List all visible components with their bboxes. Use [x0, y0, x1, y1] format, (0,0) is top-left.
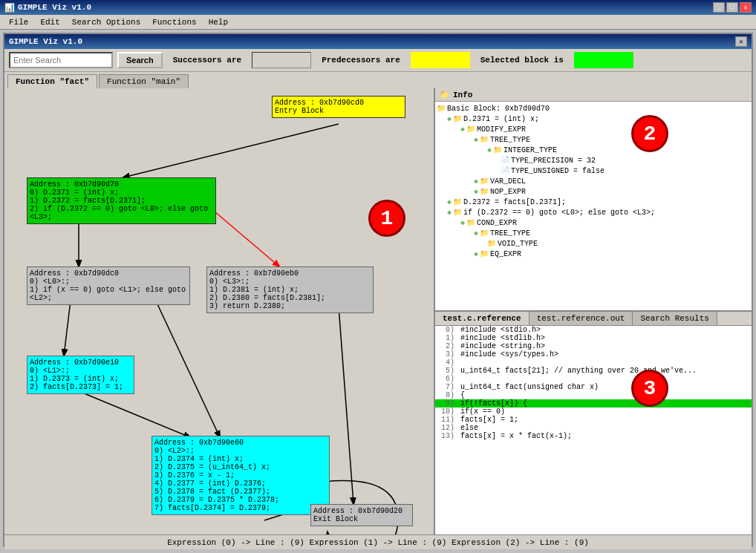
block-entry[interactable]: Address : 0xb7d90cd0 Entry Block	[272, 96, 405, 118]
expand-icon: ◈	[447, 114, 452, 123]
indent	[437, 136, 472, 144]
block-l1[interactable]: Address : 0xb7d90e10 0) <L1>:; 1) D.2373…	[27, 356, 134, 394]
line-num: 2)	[435, 342, 457, 350]
block-l2-line2: 1) D.2374 = (int) x;	[154, 455, 327, 463]
menu-help[interactable]: Help	[203, 16, 234, 28]
bottom-tab-bar: test.c.reference test.reference.out Sear…	[435, 312, 752, 326]
line-num: 12)	[435, 424, 457, 432]
cfg-canvas: Address : 0xb7d90cd0 Entry Block Address…	[4, 88, 428, 534]
tree-item: ◈ 📁 NOP_EXPR	[437, 186, 750, 197]
block-l2[interactable]: Address : 0xb7d90e60 0) <L2>:; 1) D.2374…	[151, 436, 330, 515]
block-l2-line5: 4) D.2377 = (int) D.2376;	[154, 480, 327, 488]
line-num: 0)	[435, 326, 457, 334]
indent	[437, 219, 459, 227]
tab-fact[interactable]: Function "fact"	[7, 74, 97, 88]
block-l3-line2: 1) D.2381 = (int) x;	[209, 286, 371, 294]
maximize-button[interactable]: □	[726, 2, 738, 13]
expand-icon: ◈	[447, 197, 452, 206]
inner-title-text: GIMPLE Viz v1.0	[9, 37, 82, 46]
menu-search-options[interactable]: Search Options	[66, 16, 146, 28]
tree-item: ◈ 📁 TREE_TYPE	[437, 228, 750, 238]
block-l2-line0: Address : 0xb7d90e60	[154, 439, 327, 447]
close-button[interactable]: ✕	[740, 2, 752, 13]
badge-3: 3	[631, 370, 668, 407]
tree-text: Basic Block: 0xb7d90d70	[447, 105, 550, 113]
line-content: {	[457, 391, 465, 399]
inner-close-button[interactable]: ✕	[735, 36, 747, 47]
indent	[437, 240, 486, 248]
folder-icon: 📁	[493, 145, 502, 154]
block-main[interactable]: Address : 0xb7d90d70 0) D.2371 = (int) x…	[27, 177, 216, 224]
predecessors-label: Predecessors are	[316, 52, 406, 68]
successors-label: Successors are	[167, 52, 247, 68]
block-main-line2: 1) D.2372 = facts[D.2371];	[30, 197, 213, 205]
menu-file[interactable]: File	[3, 16, 34, 28]
block-exit[interactable]: Address : 0xb7d90d20 Exit Block	[310, 504, 413, 526]
folder-icon: 📁	[480, 187, 489, 196]
tab-reference[interactable]: test.c.reference	[435, 312, 529, 325]
code-line-2: 2) #include <string.h>	[435, 342, 752, 350]
block-l0-line0: Address : 0xb7d90dc0	[30, 269, 187, 278]
title-bar-left: 📊 GIMPLE Viz v1.0	[4, 3, 91, 13]
tab-search-results[interactable]: Search Results	[633, 312, 717, 325]
line-content: #include <stdlib.h>	[457, 334, 545, 342]
expand-icon: ◈	[487, 145, 492, 154]
block-exit-line1: Exit Block	[313, 515, 410, 523]
tree-item: 📁 Basic Block: 0xb7d90d70	[437, 103, 750, 114]
folder-icon: 📁	[466, 218, 475, 227]
block-l2-line1: 0) <L2>:;	[154, 447, 327, 455]
info-header: 📁 Info 2	[435, 88, 752, 102]
block-main-line1: 0) D.2371 = (int) x;	[30, 189, 213, 197]
line-content: if(x == 0)	[457, 408, 505, 416]
indent	[437, 188, 472, 196]
tree-text: TYPE_UNSIGNED = false	[511, 167, 605, 175]
info-title: Info	[453, 91, 472, 99]
line-content: facts[x] = x * fact(x-1);	[457, 432, 572, 440]
successors-color	[252, 52, 311, 68]
indent	[437, 157, 499, 165]
code-line-6: 6)	[435, 375, 752, 383]
tree-item: 📄 TYPE_PRECISION = 32	[437, 155, 750, 166]
minimize-button[interactable]: _	[713, 2, 725, 13]
tree-text: D.2371 = (int) x;	[463, 115, 539, 123]
block-l0[interactable]: Address : 0xb7d90dc0 0) <L0>:; 1) if (x …	[27, 266, 190, 305]
tree-item: ◈ 📁 INTEGER_TYPE	[437, 145, 750, 155]
tab-main[interactable]: Function "main"	[99, 74, 189, 88]
code-view[interactable]: 0) #include <stdio.h> 1) #include <stdli…	[435, 326, 752, 535]
tree-text: TREE_TYPE	[490, 229, 530, 238]
tree-text: INTEGER_TYPE	[504, 146, 557, 154]
tree-text: VAR_DECL	[490, 177, 526, 186]
status-text: Expression (0) -> Line : (9) Expression …	[167, 538, 589, 547]
tree-item: ◈ 📁 D.2371 = (int) x;	[437, 114, 750, 124]
search-button[interactable]: Search	[117, 52, 163, 68]
line-num: 10)	[435, 408, 457, 416]
badge-1: 1	[368, 200, 405, 237]
tab-reference-out[interactable]: test.reference.out	[529, 312, 633, 325]
main-content: Address : 0xb7d90cd0 Entry Block Address…	[4, 88, 752, 534]
block-l3[interactable]: Address : 0xb7d90eb0 0) <L3>:; 1) D.2381…	[206, 266, 374, 313]
app-title: GIMPLE Viz v1.0	[18, 3, 91, 12]
tree-item: ◈ 📁 COND_EXPR	[437, 217, 750, 228]
tree-item: ◈ 📁 MODIFY_EXPR	[437, 124, 750, 134]
badge-2: 2	[631, 115, 668, 152]
inner-title-bar: GIMPLE Viz v1.0 ✕	[4, 34, 752, 49]
line-content: if(!facts[x]) {	[457, 399, 527, 408]
block-entry-line1: Entry Block	[275, 107, 403, 115]
block-l3-line1: 0) <L3>:;	[209, 278, 371, 286]
folder-icon: 📁	[466, 125, 475, 134]
indent	[437, 198, 446, 206]
line-num: 11)	[435, 416, 457, 424]
block-l0-line2: 1) if (x == 0) goto <L1>; else goto <L2>…	[30, 286, 187, 302]
info-tree[interactable]: 📁 Basic Block: 0xb7d90d70 ◈ 📁 D.2371 = (…	[435, 102, 752, 310]
code-line-9: 9) if(!facts[x]) {	[435, 399, 752, 408]
predecessors-color	[411, 52, 470, 68]
menu-functions[interactable]: Functions	[146, 16, 202, 28]
expand-icon: ◈	[460, 218, 465, 227]
tree-text: COND_EXPR	[477, 219, 517, 227]
svg-line-0	[123, 124, 339, 177]
expand-icon: ◈	[474, 187, 478, 196]
search-input[interactable]	[9, 52, 113, 68]
folder-icon: 📁	[480, 135, 489, 144]
menu-edit[interactable]: Edit	[34, 16, 65, 28]
cfg-scroll[interactable]: Address : 0xb7d90cd0 Entry Block Address…	[4, 88, 434, 534]
